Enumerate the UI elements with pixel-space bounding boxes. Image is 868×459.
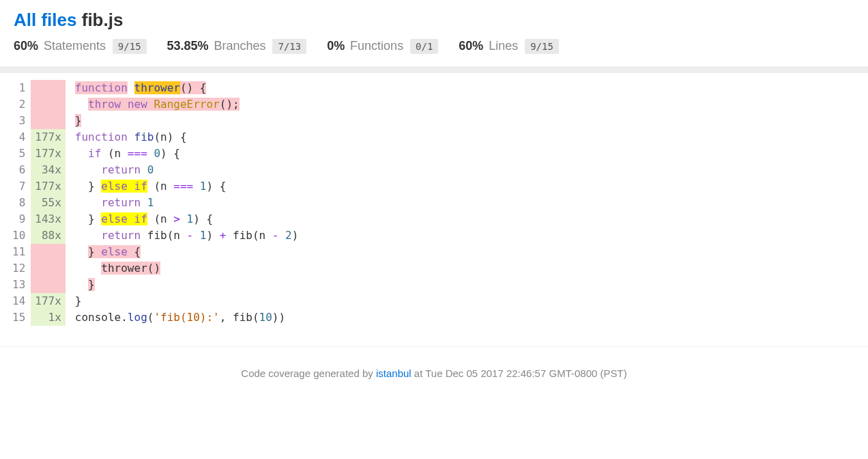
footer-timestamp: at Tue Dec 05 2017 22:46:57 GMT-0800 (PS…: [411, 367, 627, 379]
istanbul-link[interactable]: istanbul: [376, 367, 411, 379]
metric-label: Lines: [489, 39, 518, 53]
coverage-table: 1 2 3 4 5 6 7 8 9 10 11 12 13 14 15 177x…: [7, 80, 298, 326]
metric-pct: 60%: [459, 39, 483, 53]
code-line: } else if (n === 1) {: [75, 180, 227, 193]
line-number-gutter: 1 2 3 4 5 6 7 8 9 10 11 12 13 14 15: [7, 80, 31, 326]
metric-fraction: 0/1: [410, 39, 438, 54]
hit-count: 143x: [31, 211, 66, 227]
metric-pct: 53.85%: [167, 39, 209, 53]
hit-count: 177x: [31, 293, 66, 309]
metric-functions: 0% Functions 0/1: [327, 39, 438, 54]
code-line: } else {: [75, 245, 141, 258]
hit-count: [31, 260, 66, 277]
metric-label: Branches: [214, 39, 266, 53]
metric-fraction: 9/15: [113, 39, 147, 54]
metric-label: Statements: [44, 39, 106, 53]
hit-count: 177x: [31, 178, 66, 195]
hit-count: 1x: [31, 309, 66, 326]
metric-label: Functions: [350, 39, 403, 53]
code-line: throw new RangeError();: [75, 98, 240, 111]
metric-fraction: 9/15: [525, 39, 559, 54]
hit-count: 55x: [31, 195, 66, 211]
metric-pct: 0%: [327, 39, 345, 53]
code-line: function thrower() {: [75, 81, 207, 94]
code-line: }: [75, 114, 82, 127]
footer: Code coverage generated by istanbul at T…: [0, 346, 868, 393]
code-line: thrower(): [75, 262, 160, 275]
code-line: return 0: [75, 163, 154, 176]
hit-count: [31, 277, 66, 293]
breadcrumb-file: fib.js: [82, 10, 124, 30]
hit-count: [31, 113, 66, 129]
code-line: }: [75, 278, 95, 291]
hit-count: 88x: [31, 227, 66, 244]
footer-prefix: Code coverage generated by: [241, 367, 376, 379]
metrics-bar: 60% Statements 9/15 53.85% Branches 7/13…: [0, 35, 868, 66]
code-line: } else if (n > 1) {: [75, 212, 213, 225]
code-line: return fib(n - 1) + fib(n - 2): [75, 229, 299, 242]
metric-pct: 60%: [14, 39, 38, 53]
breadcrumb: All files fib.js: [0, 0, 868, 35]
code-line: return 1: [75, 196, 154, 209]
metric-statements: 60% Statements 9/15: [14, 39, 147, 54]
code-line: console.log('fib(10):', fib(10)): [75, 311, 285, 324]
hit-count: 177x: [31, 129, 66, 145]
metric-branches: 53.85% Branches 7/13: [167, 39, 307, 54]
code-line: function fib(n) {: [75, 130, 187, 143]
breadcrumb-root-link[interactable]: All files: [14, 10, 76, 30]
metric-fraction: 7/13: [272, 39, 306, 54]
coverage-report: All files fib.js 60% Statements 9/15 53.…: [0, 0, 868, 393]
status-bar: [0, 66, 868, 73]
hit-count: [31, 244, 66, 260]
hit-count: 177x: [31, 145, 66, 162]
metric-lines: 60% Lines 9/15: [459, 39, 559, 54]
code-line: if (n === 0) {: [75, 147, 180, 160]
code-line: }: [75, 294, 82, 307]
hit-count-gutter: 177x177x34x177x55x143x88x 177x1x: [31, 80, 66, 326]
source-code: function thrower() { throw new RangeErro…: [66, 80, 299, 326]
hit-count: 34x: [31, 162, 66, 178]
hit-count: [31, 80, 66, 96]
hit-count: [31, 96, 66, 113]
